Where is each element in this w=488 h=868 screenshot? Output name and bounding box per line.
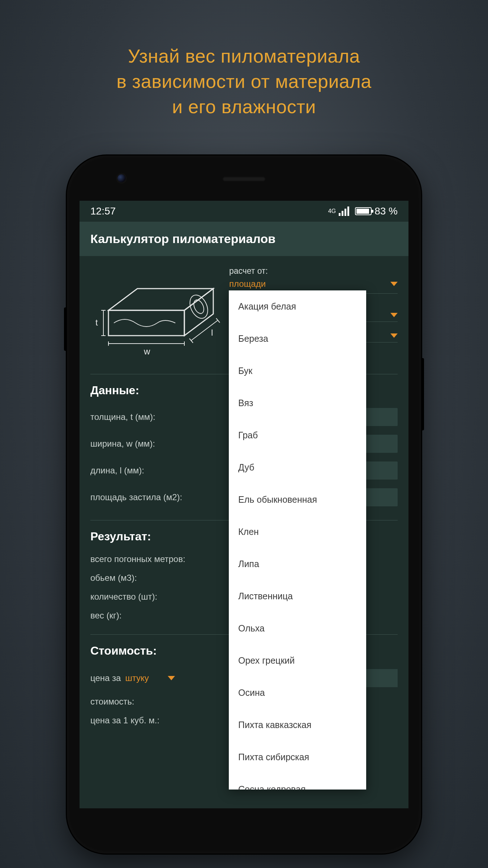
lumber-diagram: t w l <box>90 263 221 365</box>
phone-speaker <box>222 176 266 182</box>
app-title: Калькулятор пиломатериалов <box>80 222 408 256</box>
calc-from-value: площади <box>229 279 266 289</box>
svg-line-11 <box>191 320 218 341</box>
material-option[interactable]: Бук <box>229 355 366 387</box>
marketing-headline: Узнай вес пиломатериала в зависимости от… <box>0 43 488 120</box>
svg-marker-0 <box>108 310 184 336</box>
material-option[interactable]: Клен <box>229 516 366 548</box>
headline-line2: в зависимости от материала <box>0 69 488 94</box>
material-option[interactable]: Лиственница <box>229 580 366 612</box>
phone-screen: 12:57 4G 83 % Калькулятор пиломатериалов <box>80 201 408 808</box>
chevron-down-icon <box>390 313 398 317</box>
svg-text:l: l <box>211 328 213 337</box>
svg-line-13 <box>216 318 220 323</box>
material-option[interactable]: Дуб <box>229 451 366 484</box>
chevron-down-icon <box>390 282 398 286</box>
headline-line1: Узнай вес пиломатериала <box>0 43 488 69</box>
svg-text:t: t <box>95 318 98 327</box>
material-option[interactable]: Осина <box>229 677 366 709</box>
status-bar: 12:57 4G 83 % <box>80 201 408 222</box>
battery-icon <box>355 207 372 215</box>
material-option[interactable]: Ольха <box>229 612 366 644</box>
material-option[interactable]: Вяз <box>229 387 366 419</box>
svg-marker-1 <box>108 289 213 310</box>
material-dropdown[interactable]: Акация белаяБерезаБукВязГрабДубЕль обыкн… <box>229 290 366 790</box>
svg-point-4 <box>192 298 206 315</box>
material-option[interactable]: Акация белая <box>229 290 366 323</box>
material-option[interactable]: Сосна кедровая <box>229 773 366 790</box>
material-option[interactable]: Граб <box>229 419 366 451</box>
material-option[interactable]: Пихта сибирская <box>229 741 366 773</box>
app-content: t w l расчет от: площади материал: <box>80 256 408 730</box>
material-option[interactable]: Береза <box>229 323 366 355</box>
svg-point-3 <box>187 292 211 321</box>
material-option[interactable]: Липа <box>229 548 366 580</box>
status-time: 12:57 <box>90 205 116 217</box>
status-network: 4G <box>328 209 336 213</box>
svg-text:w: w <box>144 346 150 356</box>
material-option[interactable]: Орех грецкий <box>229 644 366 677</box>
material-option[interactable]: Пихта кавказская <box>229 709 366 741</box>
phone-camera-dot <box>117 174 125 182</box>
calc-from-label: расчет от: <box>229 266 398 276</box>
headline-line3: и его влажности <box>0 94 488 119</box>
signal-icon <box>339 207 349 216</box>
chevron-down-icon <box>390 333 398 338</box>
status-battery: 83 % <box>374 205 398 217</box>
chevron-down-icon <box>168 676 175 680</box>
phone-frame: 12:57 4G 83 % Калькулятор пиломатериалов <box>67 156 421 854</box>
material-option[interactable]: Ель обыкновенная <box>229 484 366 516</box>
